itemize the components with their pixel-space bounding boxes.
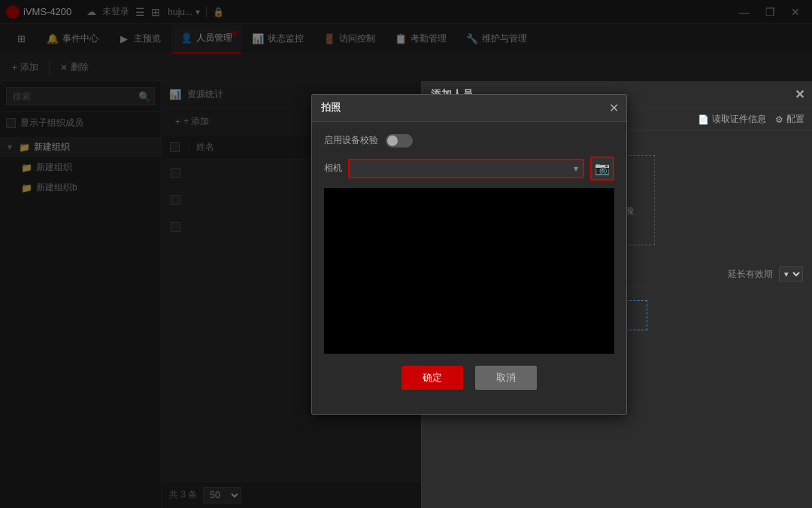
photo-dialog: 拍照 ✕ 启用设备校验 相机 ▾ 📷 确定 取消 bbox=[311, 94, 627, 415]
dialog-cancel-button[interactable]: 取消 bbox=[475, 366, 537, 390]
camera-row: 相机 ▾ 📷 bbox=[324, 157, 614, 181]
ext-label: 延长有效期 bbox=[728, 268, 773, 281]
device-calib-toggle[interactable] bbox=[386, 134, 413, 148]
config-label: 配置 bbox=[786, 113, 804, 126]
read-cert-label: 读取证件信息 bbox=[712, 113, 766, 126]
confirm-button[interactable]: 确定 bbox=[401, 366, 463, 390]
dialog-footer: 确定 取消 bbox=[324, 366, 614, 402]
camera-icon: 📷 bbox=[595, 161, 610, 175]
dialog-header: 拍照 ✕ bbox=[312, 95, 626, 122]
panel-close-button[interactable]: ✕ bbox=[795, 87, 804, 102]
camera-select-wrapper: ▾ bbox=[348, 159, 584, 178]
dialog-title: 拍照 bbox=[321, 101, 341, 114]
cert-icon: 📄 bbox=[698, 114, 709, 125]
config-icon: ⚙ bbox=[775, 114, 783, 125]
device-calib-label: 启用设备校验 bbox=[324, 134, 378, 147]
toggle-knob bbox=[387, 135, 398, 146]
camera-label: 相机 bbox=[324, 162, 342, 175]
camera-preview bbox=[324, 188, 614, 354]
config-button[interactable]: ⚙ 配置 bbox=[775, 113, 804, 126]
dialog-body: 启用设备校验 相机 ▾ 📷 确定 取消 bbox=[312, 122, 626, 414]
snapshot-button[interactable]: 📷 bbox=[590, 157, 614, 181]
device-calib-row: 启用设备校验 bbox=[324, 134, 614, 148]
ext-select[interactable]: ▾ bbox=[779, 266, 803, 281]
read-cert-button[interactable]: 📄 读取证件信息 bbox=[698, 113, 766, 126]
dialog-close-button[interactable]: ✕ bbox=[609, 101, 619, 115]
camera-select[interactable] bbox=[350, 160, 583, 177]
